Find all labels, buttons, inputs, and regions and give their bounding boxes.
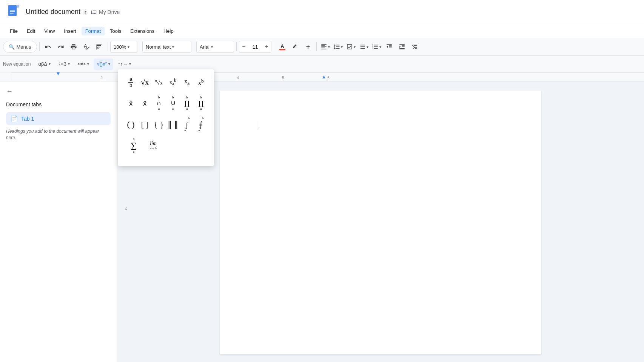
sidebar-back-button[interactable]: ← (6, 87, 111, 95)
braces-button[interactable]: { } (152, 118, 166, 131)
svg-rect-5 (10, 13, 14, 14)
menu-file[interactable]: File (6, 27, 22, 35)
numbered-list-chevron-icon: ▾ (379, 45, 381, 49)
print-button[interactable] (68, 41, 80, 53)
zoom-dropdown[interactable]: 100% ▾ (110, 41, 137, 53)
x-hat-button[interactable]: x̂ (138, 97, 152, 110)
tab-doc-icon: 📄 (11, 115, 18, 122)
separator-7 (316, 42, 317, 51)
line-spacing-button[interactable]: ▾ (332, 41, 344, 53)
eq-greek-chevron-icon: ▾ (49, 62, 51, 66)
font-size-decrease-button[interactable]: − (239, 41, 248, 52)
doc-page[interactable] (220, 90, 541, 354)
tab-1-label: Tab 1 (21, 116, 34, 122)
menu-view[interactable]: View (40, 27, 59, 35)
indent-increase-button[interactable] (396, 41, 408, 53)
font-size-input[interactable] (248, 44, 262, 50)
eq-arrows-button[interactable]: ↑↑→ ▾ (115, 58, 134, 70)
product-button[interactable]: b ∏ a (180, 97, 194, 110)
new-equation-label: New equation (3, 61, 31, 67)
separator-1 (39, 42, 40, 51)
indent-decrease-button[interactable] (383, 41, 395, 53)
eq-operations-button[interactable]: ÷×3 ▾ (55, 58, 73, 70)
sum-button[interactable]: b ∑ a (127, 139, 140, 152)
brackets-button[interactable]: [ ] (138, 118, 152, 131)
ruler-left (0, 72, 11, 81)
big-pi-button[interactable]: b ∏ a (194, 97, 208, 110)
double-bars-button[interactable]: ‖ ‖ (166, 118, 180, 131)
paint-format-button[interactable] (93, 41, 105, 53)
font-size-box: − + (239, 41, 271, 53)
font-dropdown[interactable]: Arial ▾ (196, 41, 234, 53)
limit-button[interactable]: lim a→b (146, 139, 160, 152)
contour-integral-button[interactable]: b ∮ a (194, 118, 208, 131)
integral-button[interactable]: b ∫ a (180, 118, 194, 131)
toolbar: 🔍 Menus 100% ▾ Normal text ▾ Arial ▾ − (0, 38, 644, 56)
checklist-button[interactable]: ▾ (345, 41, 357, 53)
sidebar: ← Document tabs 📄 Tab 1 Headings you add… (0, 81, 117, 362)
x-super-sub-button[interactable]: xab (166, 75, 180, 89)
eq-rel-chevron-icon: ▾ (87, 62, 89, 66)
eq-math-button[interactable]: √()x² ▾ (94, 58, 113, 70)
x-bar-button[interactable]: x̄ (124, 97, 138, 110)
union-button[interactable]: b ∪ a (166, 97, 180, 110)
font-color-button[interactable]: A (276, 41, 288, 53)
sqrt-button[interactable]: √x (138, 75, 152, 89)
main-area: ← Document tabs 📄 Tab 1 Headings you add… (0, 81, 644, 362)
menu-bar: File Edit View Insert Format Tools Exten… (0, 24, 644, 38)
spellcheck-button[interactable] (80, 41, 92, 53)
tab-1-item[interactable]: 📄 Tab 1 (6, 112, 111, 125)
fraction-button[interactable]: a b (124, 75, 138, 89)
search-icon: 🔍 (9, 44, 15, 50)
eq-math-chevron-icon: ▾ (108, 62, 110, 66)
style-dropdown[interactable]: Normal text ▾ (142, 41, 191, 53)
zoom-chevron-icon: ▾ (128, 45, 129, 49)
svg-text:5: 5 (282, 76, 284, 80)
x-sub-button[interactable]: xa (180, 75, 194, 89)
menu-extensions[interactable]: Extensions (126, 27, 158, 35)
align-button[interactable]: ▾ (319, 41, 331, 53)
clear-formatting-button[interactable] (409, 41, 421, 53)
sidebar-title: Document tabs (6, 101, 111, 107)
math-row-4: b ∑ a lim a→b (124, 139, 208, 152)
add-link-button[interactable]: + (302, 41, 314, 53)
page-num-2: 2 (117, 206, 128, 210)
line-spacing-chevron-icon: ▾ (341, 45, 343, 49)
numbered-list-button[interactable]: ▾ (370, 41, 382, 53)
svg-rect-4 (10, 11, 15, 12)
equation-toolbar: New equation αβΔ ▾ ÷×3 ▾ <≠> ▾ √()x² ▾ ↑… (0, 56, 644, 72)
font-color-icon: A (279, 44, 285, 50)
intersection-button[interactable]: b ∩ a (152, 97, 166, 110)
style-chevron-icon: ▾ (172, 45, 174, 49)
parens-button[interactable]: ( ) (124, 118, 138, 131)
doc-title: Untitled document (26, 8, 80, 16)
nth-root-button[interactable]: n√x (152, 75, 166, 89)
highlight-color-button[interactable] (289, 41, 301, 53)
bullets-button[interactable]: ▾ (357, 41, 370, 53)
bullets-chevron-icon: ▾ (367, 45, 368, 49)
svg-text:4: 4 (237, 76, 239, 80)
svg-marker-7 (57, 72, 60, 75)
title-bar: Untitled document in 🗂 My Drive (0, 0, 644, 24)
svg-rect-2 (17, 5, 19, 8)
redo-button[interactable] (55, 41, 67, 53)
eq-relations-button[interactable]: <≠> ▾ (74, 58, 92, 70)
svg-text:6: 6 (327, 76, 330, 80)
menu-help[interactable]: Help (160, 27, 177, 35)
menu-tools[interactable]: Tools (106, 27, 125, 35)
menu-edit[interactable]: Edit (23, 27, 39, 35)
search-menus-button[interactable]: 🔍 Menus (3, 41, 37, 53)
eq-arrows-chevron-icon: ▾ (129, 62, 131, 66)
sidebar-note: Headings you add to the document will ap… (6, 128, 111, 141)
menu-format[interactable]: Format (82, 27, 105, 35)
svg-marker-8 (322, 75, 325, 78)
x-super-button[interactable]: xb (194, 75, 208, 89)
eq-greek-button[interactable]: αβΔ ▾ (35, 58, 54, 70)
ruler-main: 1 2 3 4 5 6 (11, 72, 644, 81)
math-row-1: a b √x n√x xab xa xb (124, 75, 208, 89)
undo-button[interactable] (42, 41, 54, 53)
font-size-increase-button[interactable]: + (262, 41, 271, 52)
menu-insert[interactable]: Insert (60, 27, 80, 35)
back-icon: ← (6, 87, 13, 95)
separator-2 (108, 42, 108, 51)
